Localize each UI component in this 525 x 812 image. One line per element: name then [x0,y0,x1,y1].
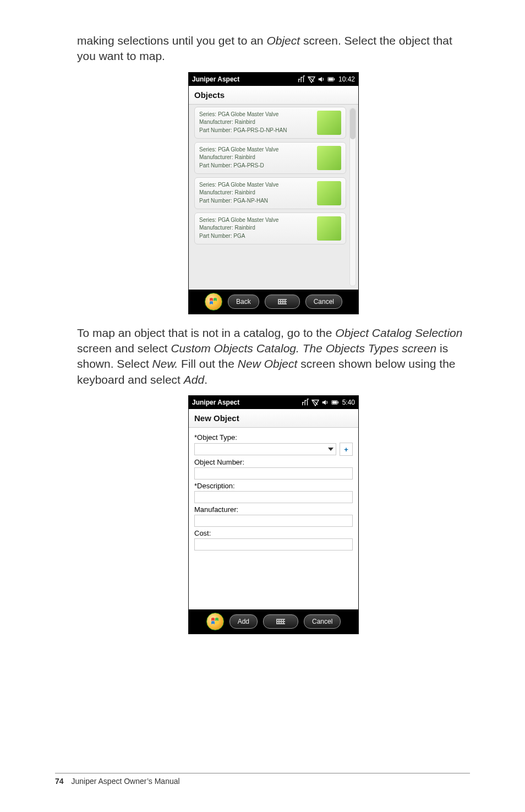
manual-title: Juniper Aspect Owner’s Manual [71,777,179,786]
scrollbar[interactable] [349,108,356,286]
text: making selections until you get to an [77,34,266,47]
text-italic: Object Catalog Selection [335,326,462,339]
cancel-button[interactable]: Cancel [305,295,342,309]
label-manufacturer: Manufacturer: [194,505,353,514]
keyboard-icon [276,619,285,624]
text-italic: Add [184,373,204,386]
list-item-series: Series: PGA Globe Master Valve [199,181,313,189]
label-object-type: *Object Type: [194,433,353,442]
page-title: Objects [189,86,358,105]
list-item[interactable]: Series: PGA Globe Master Valve Manufactu… [194,107,346,139]
list-item[interactable]: Series: PGA Globe Master Valve Manufactu… [194,212,346,244]
svg-rect-7 [332,401,336,404]
status-icons [302,399,339,406]
label-description: *Description: [194,482,353,490]
text: Fill out the [178,357,238,370]
manufacturer-input[interactable] [194,515,353,527]
list-item[interactable]: Series: PGA Globe Master Valve Manufactu… [194,142,346,174]
cost-input[interactable] [194,538,353,551]
list-item[interactable]: Series: PGA Globe Master Valve Manufactu… [194,177,346,209]
status-icons [298,75,335,83]
signal-icon [311,399,319,406]
svg-rect-3 [329,78,333,80]
list-item-series: Series: PGA Globe Master Valve [199,111,313,119]
keyboard-button[interactable] [263,614,298,629]
text-italic: New Object [238,357,298,370]
svg-rect-2 [334,78,335,80]
connectivity-icon [302,399,309,406]
text-italic: Object [266,34,300,47]
new-object-form: *Object Type: + Object Number: *Descript… [189,428,358,609]
page-number: 74 [55,777,64,786]
app-title: Juniper Aspect [192,399,239,406]
start-button[interactable] [206,613,224,630]
label-cost: Cost: [194,529,353,537]
scrollbar-thumb[interactable] [350,108,356,139]
add-type-button[interactable]: + [340,443,353,456]
list-item-thumbnail [317,146,341,170]
text: To map an object that is not in a catalo… [77,326,335,339]
text: . [204,373,207,386]
list-item-thumbnail [317,216,341,241]
clock: 5:40 [342,399,355,406]
list-item-thumbnail [317,181,341,205]
label-object-number: Object Number: [194,458,353,466]
list-item-manufacturer: Manufacturer: Rainbird [199,118,313,127]
app-title: Juniper Aspect [192,75,239,83]
device-screenshot-objects: Juniper Aspect 10:42 [188,72,359,314]
clock: 10:42 [338,75,355,83]
status-bar: Juniper Aspect 5:40 [189,396,358,409]
paragraph-1: making selections until you get to an Ob… [77,33,470,64]
list-item-manufacturer: Manufacturer: Rainbird [199,224,313,232]
list-item-partnumber: Part Number: PGA [199,232,313,241]
description-input[interactable] [194,491,353,503]
list-item-series: Series: PGA Globe Master Valve [199,146,313,154]
list-item-partnumber: Part Number: PGA-PRS-D-NP-HAN [199,127,313,135]
text: screen and select [77,342,171,355]
status-bar: Juniper Aspect 10:42 [189,73,358,86]
signal-icon [308,75,315,83]
bottom-bar: Back Cancel [189,290,358,314]
start-button[interactable] [205,293,222,310]
battery-icon [331,399,339,406]
list-item-manufacturer: Manufacturer: Rainbird [199,189,313,197]
add-button[interactable]: Add [229,614,258,629]
volume-icon [321,399,329,406]
object-type-select[interactable] [194,443,336,455]
device-screenshot-new-object: Juniper Aspect 5:40 [188,395,359,634]
list-item-thumbnail [317,111,341,135]
chevron-down-icon [328,448,333,451]
object-number-input[interactable] [194,467,353,479]
list-item-partnumber: Part Number: PGA-NP-HAN [199,197,313,205]
keyboard-button[interactable] [265,295,300,309]
text-italic: Custom Objects Catalog. The Objects Type… [171,342,436,355]
objects-list: Series: PGA Globe Master Valve Manufactu… [189,105,358,290]
list-item-series: Series: PGA Globe Master Valve [199,216,313,225]
cancel-button[interactable]: Cancel [304,614,341,629]
page-title: New Object [189,409,358,428]
text-italic: New. [152,357,178,370]
connectivity-icon [298,75,305,83]
bottom-bar: Add Cancel [189,609,358,634]
windows-flag-icon [211,618,220,625]
page-footer: 74 Juniper Aspect Owner’s Manual [55,773,470,786]
svg-rect-6 [337,401,338,404]
list-item-manufacturer: Manufacturer: Rainbird [199,154,313,162]
paragraph-2: To map an object that is not in a catalo… [77,325,470,388]
volume-icon [318,75,325,83]
windows-flag-icon [209,298,218,306]
list-item-partnumber: Part Number: PGA-PRS-D [199,162,313,170]
back-button[interactable]: Back [228,295,259,309]
battery-icon [327,75,335,83]
keyboard-icon [278,299,287,304]
